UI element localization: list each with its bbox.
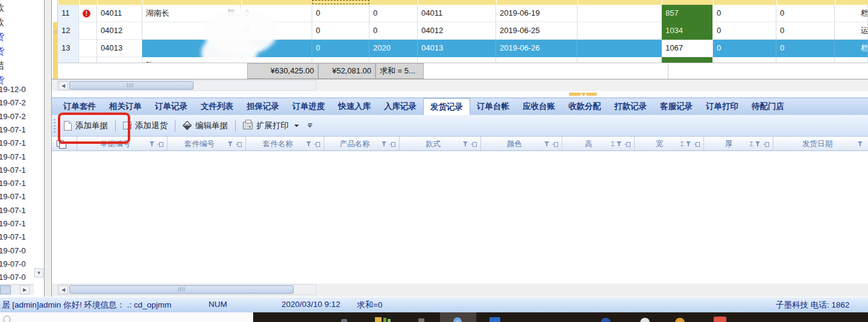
grid-cell-qty[interactable]: 857	[662, 5, 713, 22]
scroll-right-button[interactable]: ▶	[20, 285, 30, 294]
grid-cell-order_no2[interactable]: 04013	[418, 40, 496, 57]
filter-funnel-icon[interactable]	[617, 141, 622, 147]
grid-cell-edge[interactable]: 档	[835, 5, 868, 22]
grid-cell-v3[interactable]: 0	[370, 5, 418, 22]
grid-cell-date[interactable]: 2019-06-25	[496, 22, 577, 40]
tab-应收台账[interactable]: 应收台账	[516, 98, 562, 115]
edit-document-button[interactable]: 编辑单据	[178, 118, 233, 134]
left-pane-date[interactable]: 19-12-0	[0, 85, 26, 94]
grid-cell-err[interactable]	[79, 40, 97, 57]
tab-客服记录[interactable]: 客服记录	[653, 98, 699, 115]
taskbar-app-icon[interactable]	[714, 317, 726, 322]
taskbar-app-icon[interactable]	[640, 318, 650, 322]
grid-cell-blank[interactable]	[577, 5, 662, 22]
taskbar-app-icon[interactable]	[375, 317, 382, 322]
tab-订单打印[interactable]: 订单打印	[699, 98, 745, 115]
grid-cell-order_no[interactable]: 04011	[97, 5, 142, 22]
left-pane-date[interactable]: 19-07-1	[0, 166, 26, 175]
left-pane-date[interactable]: 19-07-0	[0, 259, 26, 268]
pin-column-icon[interactable]	[552, 141, 558, 147]
filter-funnel-icon[interactable]	[858, 141, 863, 147]
left-pane-date[interactable]: 19-07-1	[0, 125, 26, 134]
left-pane-date[interactable]: 19-07-0	[0, 246, 26, 255]
grid-cell-blank[interactable]	[577, 40, 662, 57]
grid-cell-blank[interactable]	[577, 22, 662, 40]
left-pane-date[interactable]: 19-07-1	[0, 206, 26, 215]
grid-cell-num[interactable]: 13	[58, 40, 79, 57]
filter-funnel-icon[interactable]	[544, 141, 550, 147]
grid-cell-v2[interactable]: 0	[312, 22, 370, 40]
left-pane-item[interactable]: 款	[0, 17, 4, 28]
tab-发货记录[interactable]: 发货记录	[423, 98, 470, 115]
filter-funnel-icon[interactable]	[306, 141, 312, 147]
grid-cell-qty[interactable]: 1034	[662, 22, 713, 40]
tab-订单进度[interactable]: 订单进度	[286, 98, 332, 115]
column-header-款式[interactable]: 款式	[400, 137, 481, 151]
grid-cell-v3[interactable]: 2020	[370, 40, 418, 57]
grid-cell-z1[interactable]: 0	[713, 22, 776, 40]
pin-column-icon[interactable]	[471, 141, 477, 147]
scroll-left-button[interactable]: ◀	[58, 285, 68, 294]
taskbar-app-icon[interactable]	[675, 318, 685, 322]
grid-cell-date[interactable]: 2019-06-19	[496, 5, 577, 22]
column-header-产品名称[interactable]: 产品名称	[324, 137, 400, 151]
grid-cell-num[interactable]: 12	[58, 22, 79, 40]
column-header-套件名称[interactable]: 套件名称	[246, 137, 324, 151]
shipping-grid-horizontal-scrollbar[interactable]: ◀	[57, 284, 316, 295]
tab-快速入库[interactable]: 快速入库	[332, 98, 377, 115]
sigma-summary-icon[interactable]: Σ	[611, 141, 615, 147]
filter-funnel-icon[interactable]	[755, 141, 761, 147]
taskbar-app-icon[interactable]	[489, 317, 500, 322]
tab-担保记录[interactable]: 担保记录	[240, 98, 286, 115]
taskbar-app-icon[interactable]	[383, 318, 386, 322]
column-header-厚[interactable]: 厚Σ	[704, 137, 773, 151]
left-pane-date[interactable]: 19-07-2	[0, 98, 26, 107]
grid-cell-v2[interactable]: 0	[312, 40, 370, 57]
taskbar-active-app[interactable]	[440, 312, 476, 322]
tab-打款记录[interactable]: 打款记录	[608, 98, 653, 115]
left-pane-date[interactable]: 19-07-1	[0, 232, 26, 241]
tab-收款分配[interactable]: 收款分配	[562, 98, 608, 115]
left-pane-horizontal-scrollbar[interactable]: ▶	[0, 284, 34, 295]
toolbar-drag-handle[interactable]	[54, 119, 55, 132]
pin-column-icon[interactable]	[624, 141, 631, 147]
tab-文件列表[interactable]: 文件列表	[194, 98, 240, 115]
grid-cell-edge[interactable]: 运	[835, 22, 868, 40]
splitter-grip[interactable]	[587, 93, 597, 96]
left-pane-item[interactable]: 货	[0, 46, 4, 57]
grid-cell-edge[interactable]: 档	[835, 40, 868, 57]
column-header-套件编号[interactable]: 套件编号	[168, 137, 246, 151]
taskbar-app-icon[interactable]	[601, 318, 611, 322]
left-pane-date[interactable]: 19-07-1	[0, 179, 26, 188]
grid-cell-v2[interactable]: 0	[312, 5, 370, 22]
table-row[interactable]: 1204012000040122019-06-25103400运	[58, 22, 868, 40]
left-pane-date[interactable]: 19-07-1	[0, 219, 26, 228]
left-pane-item[interactable]: 款	[0, 2, 4, 14]
grid-cell-qty[interactable]: 1067	[662, 40, 713, 57]
pin-column-icon[interactable]	[236, 141, 242, 147]
grid-cell-order_no[interactable]: 04013	[97, 40, 142, 57]
tab-订单记录[interactable]: 订单记录	[148, 98, 194, 115]
splitter-grip[interactable]	[569, 93, 580, 96]
filter-funnel-icon[interactable]	[463, 141, 468, 147]
pin-column-icon[interactable]	[314, 141, 320, 147]
column-header-宽[interactable]: 宽Σ	[635, 137, 704, 151]
column-header-高[interactable]: 高Σ	[562, 137, 635, 151]
grid-cell-z2[interactable]: 0	[776, 40, 835, 57]
filter-funnel-icon[interactable]	[686, 141, 691, 147]
dropdown-caret-icon[interactable]	[294, 125, 299, 127]
grid-cell-order_no[interactable]: 04012	[97, 22, 142, 40]
left-pane-item[interactable]: 货	[0, 31, 4, 43]
left-pane-scroll-down-button[interactable]: ▼	[34, 268, 43, 277]
extended-print-button[interactable]: 扩展打印	[238, 118, 304, 134]
left-pane-date[interactable]: 19-07-1	[0, 138, 26, 147]
left-pane-item[interactable]: 结	[0, 60, 4, 72]
sigma-summary-icon[interactable]: Σ	[750, 141, 753, 147]
left-pane-date[interactable]: 19-07-1	[0, 192, 26, 201]
taskbar-app-icon[interactable]	[341, 319, 347, 322]
taskbar-logo-icon[interactable]	[3, 315, 11, 322]
left-pane-date[interactable]: 19-07-1	[0, 152, 26, 161]
grid-cell-z2[interactable]: 0	[776, 22, 835, 40]
tab-入库记录[interactable]: 入库记录	[377, 98, 423, 115]
filter-funnel-icon[interactable]	[228, 141, 233, 147]
